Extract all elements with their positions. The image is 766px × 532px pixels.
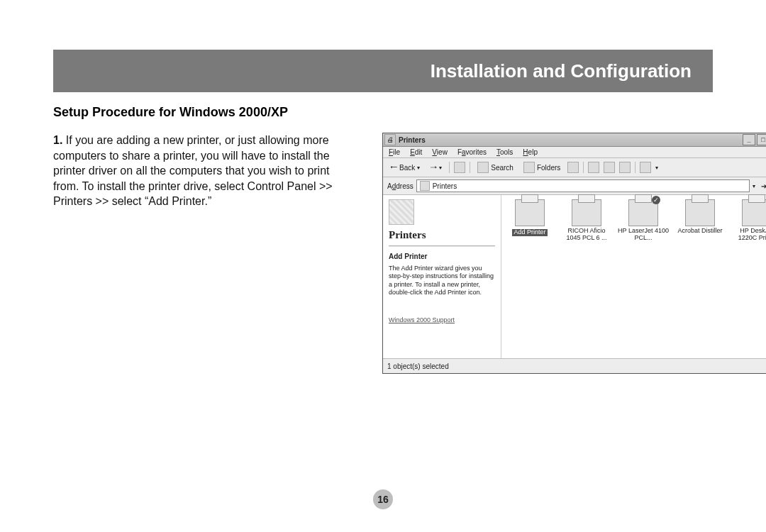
side-panel: Printers Add Printer The Add Printer wiz…	[383, 195, 501, 358]
folders-button[interactable]: Folders	[521, 161, 563, 174]
move-to-icon[interactable]	[588, 162, 599, 173]
forward-button[interactable]: ⭢ ▾	[427, 163, 445, 172]
chevron-down-icon: ▾	[417, 165, 420, 171]
printer-item-acrobat[interactable]: Acrobat Distiller	[675, 199, 726, 235]
step-text: If you are adding a new printer, or just…	[53, 134, 333, 207]
side-logo-icon	[389, 199, 414, 225]
forward-arrow-icon: ⭢	[430, 164, 437, 172]
items-pane[interactable]: Add Printer RICOH Aficio 1045 PCL 6 ... …	[501, 195, 766, 358]
printer-icon	[685, 199, 715, 226]
window-title: Printers	[399, 136, 743, 144]
banner-title: Installation and Configuration	[431, 60, 692, 82]
back-button[interactable]: ⭠ Back ▾	[387, 163, 423, 172]
menu-view[interactable]: View	[432, 148, 448, 156]
printer-icon	[515, 199, 545, 226]
menu-edit[interactable]: Edit	[410, 148, 422, 156]
item-label: Add Printer	[512, 229, 547, 236]
up-icon[interactable]	[454, 162, 465, 173]
divider	[389, 245, 495, 247]
address-bar: Address Printers ▾ ➔ Go	[383, 177, 766, 195]
side-title: Printers	[389, 229, 495, 241]
add-printer-item[interactable]: Add Printer	[504, 199, 555, 236]
separator	[470, 162, 470, 173]
item-label: HP DeskJet 1220C Prin...	[731, 228, 766, 242]
status-text: 1 object(s) selected	[387, 362, 449, 370]
separator	[449, 162, 450, 173]
chevron-down-icon: ▾	[439, 165, 442, 171]
menu-favorites[interactable]: Favorites	[457, 148, 487, 156]
separator	[635, 162, 635, 173]
window-titlebar[interactable]: 🖨 Printers _ □ ×	[383, 133, 766, 147]
printer-icon	[572, 199, 601, 226]
printer-icon	[742, 199, 766, 226]
printer-item-hp-deskjet[interactable]: HP DeskJet 1220C Prin...	[731, 199, 766, 242]
separator	[583, 162, 584, 173]
support-link[interactable]: Windows 2000 Support	[389, 316, 495, 323]
address-label: Address	[387, 182, 413, 190]
menu-help[interactable]: Help	[523, 148, 538, 156]
folders-icon	[523, 162, 535, 173]
status-bar: 1 object(s) selected	[383, 358, 766, 373]
section-banner: Installation and Configuration	[53, 50, 713, 92]
back-label: Back	[399, 164, 415, 172]
subheading: Setup Procedure for Windows 2000/XP	[53, 105, 713, 120]
default-check-icon: ✓	[652, 196, 660, 204]
menu-bar: File Edit View Favorites Tools Help	[383, 147, 766, 158]
search-label: Search	[491, 164, 514, 172]
printers-icon	[420, 181, 430, 191]
item-label: Acrobat Distiller	[675, 228, 726, 235]
search-icon	[477, 162, 489, 173]
chevron-down-icon[interactable]: ▾	[753, 183, 755, 189]
app-icon: 🖨	[384, 134, 396, 145]
side-subtitle: Add Printer	[389, 253, 495, 260]
address-field[interactable]: Printers	[416, 179, 750, 192]
printer-icon: ✓	[628, 199, 658, 226]
page-number: 16	[373, 489, 393, 509]
back-arrow-icon: ⭠	[390, 164, 397, 172]
history-icon[interactable]	[567, 162, 579, 173]
toolbar: ⭠ Back ▾ ⭢ ▾ Search Folders	[383, 158, 766, 177]
printer-item-hp-laserjet[interactable]: ✓ HP LaserJet 4100 PCL...	[618, 199, 669, 242]
menu-tools[interactable]: Tools	[496, 148, 513, 156]
minimize-button[interactable]: _	[743, 134, 755, 145]
go-arrow-icon: ➔	[761, 182, 766, 190]
search-button[interactable]: Search	[474, 161, 516, 174]
copy-to-icon[interactable]	[604, 162, 615, 173]
item-label: HP LaserJet 4100 PCL...	[618, 228, 669, 242]
printer-item-ricoh[interactable]: RICOH Aficio 1045 PCL 6 ...	[561, 199, 612, 242]
go-button[interactable]: ➔ Go	[758, 182, 766, 190]
printers-window: 🖨 Printers _ □ × File Edit View Favorite…	[382, 133, 766, 374]
views-icon[interactable]	[640, 162, 651, 173]
delete-icon[interactable]	[619, 162, 631, 173]
side-description: The Add Printer wizard gives you step-by…	[389, 265, 495, 297]
item-label: RICOH Aficio 1045 PCL 6 ...	[561, 228, 612, 242]
maximize-button[interactable]: □	[757, 134, 766, 145]
chevron-down-icon: ▾	[655, 165, 658, 171]
step-number: 1.	[53, 134, 62, 146]
address-value: Printers	[433, 182, 457, 190]
menu-file[interactable]: File	[389, 148, 400, 156]
step-paragraph: 1. If you are adding a new printer, or j…	[53, 133, 358, 374]
folders-label: Folders	[537, 164, 560, 172]
